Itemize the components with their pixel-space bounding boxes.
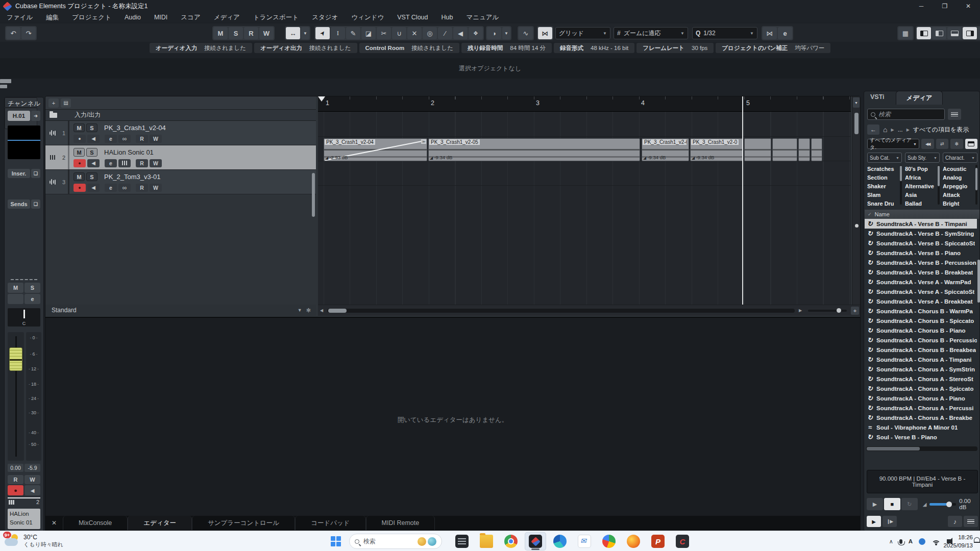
- maximize-button[interactable]: ❐: [933, 0, 957, 12]
- lower-zone-tab[interactable]: サンプラーコントロール: [192, 516, 295, 530]
- read-automation-button[interactable]: R: [136, 135, 148, 143]
- track-mute-button[interactable]: M: [74, 172, 85, 181]
- taskbar-weather-widget[interactable]: 9+ 30°C くもり時々晴れ: [4, 533, 63, 548]
- eq-curve-display[interactable]: [8, 126, 40, 159]
- menu-item[interactable]: トランスポート: [247, 13, 305, 22]
- filters-toggle-button[interactable]: [965, 139, 978, 149]
- media-result-row[interactable]: Soul - Verse B - Piano: [865, 432, 977, 442]
- monitor-button[interactable]: [87, 159, 100, 167]
- ime-indicator[interactable]: A: [909, 538, 913, 544]
- track-list-scrollbar[interactable]: [312, 173, 315, 217]
- back-button[interactable]: ←: [867, 124, 879, 135]
- taskbar-app-powerpoint[interactable]: P: [647, 532, 669, 550]
- lower-zone-tab[interactable]: MIDI Remote: [366, 516, 435, 530]
- media-result-row[interactable]: SoundtrackA - Verse B - Percussion: [865, 258, 977, 267]
- snap-type-select[interactable]: グリッド▼: [555, 27, 610, 39]
- media-result-row[interactable]: SoundtrackA - Chorus B - Breakbea: [865, 345, 977, 355]
- scroll-right-arrow[interactable]: ▶: [797, 308, 804, 313]
- inserts-rack-icon[interactable]: [31, 169, 40, 178]
- tab-vsti[interactable]: VSTi: [870, 93, 885, 101]
- object-select-tool[interactable]: [315, 27, 330, 39]
- audio-event-slice[interactable]: [772, 138, 797, 161]
- volume-knob[interactable]: [946, 502, 952, 507]
- media-result-row[interactable]: SoundtrackA - Verse A - SpiccatoSt: [865, 287, 977, 296]
- write-automation-button[interactable]: W: [150, 135, 162, 143]
- write-automation-button[interactable]: W: [150, 159, 162, 167]
- range-select-tool[interactable]: [331, 27, 345, 39]
- audio-event[interactable]: PK_3_Crash1_v2-0 -9.34 dB: [690, 138, 743, 161]
- taskbar-app-cubase[interactable]: [525, 532, 546, 550]
- breadcrumb-current[interactable]: すべての項目を表示: [913, 126, 969, 134]
- filter-item[interactable]: Acoustic: [943, 165, 977, 173]
- sends-rack-icon[interactable]: [31, 199, 40, 209]
- wifi-icon[interactable]: [932, 538, 941, 545]
- filter-item[interactable]: Section: [867, 173, 902, 182]
- filter-item[interactable]: Bright: [943, 199, 977, 207]
- channel-preset-button[interactable]: H.01: [8, 111, 30, 121]
- media-search-input[interactable]: 検索: [867, 109, 945, 120]
- mute-tool[interactable]: [407, 27, 422, 39]
- notification-bell-icon[interactable]: [974, 537, 980, 543]
- taskbar-app-edge[interactable]: [549, 532, 571, 550]
- channel-mute-button[interactable]: M: [8, 283, 23, 293]
- track-mute-button[interactable]: M: [74, 123, 85, 132]
- scroll-left-arrow[interactable]: ◀: [318, 308, 325, 313]
- chevron-down-icon[interactable]: ▼: [298, 308, 302, 313]
- track-solo-button[interactable]: S: [86, 172, 97, 181]
- filter-scrollbar[interactable]: [938, 165, 940, 205]
- filter-item[interactable]: Scratches: [867, 165, 902, 173]
- volume-fader[interactable]: [8, 332, 24, 461]
- fader-cap[interactable]: [9, 347, 22, 371]
- audio-event[interactable]: PK_3_Crash1_v2-0 -9.34 dB: [642, 138, 689, 161]
- taskbar-app-notepad[interactable]: [451, 532, 473, 550]
- media-result-row[interactable]: SoundtrackA - Chorus A - Percussi: [865, 403, 977, 413]
- breadcrumb-ellipsis[interactable]: ...: [898, 126, 903, 133]
- ruler-options-button[interactable]: ▼: [853, 97, 860, 108]
- taskbar-search-box[interactable]: 検索: [349, 534, 442, 549]
- start-button[interactable]: [331, 536, 341, 546]
- timeline-ruler[interactable]: 12345: [318, 96, 851, 112]
- taskbar-app-steinberg[interactable]: [672, 532, 693, 550]
- media-result-row[interactable]: SoundtrackA - Verse B - Timpani: [865, 219, 977, 229]
- audio-event-slice[interactable]: [744, 138, 771, 161]
- menu-item[interactable]: ファイル: [0, 13, 39, 22]
- results-scrollbar-thumb[interactable]: [977, 260, 980, 303]
- play-in-project-button[interactable]: [948, 516, 962, 527]
- menu-item[interactable]: プロジェクト: [65, 13, 118, 22]
- project-cursor[interactable]: [742, 96, 743, 305]
- filter-scrollbar[interactable]: [975, 165, 977, 205]
- channel-read-button[interactable]: R: [8, 475, 23, 484]
- menu-item[interactable]: スタジオ: [305, 13, 345, 22]
- automation-curve-button[interactable]: [519, 27, 533, 39]
- draw-tool[interactable]: [346, 27, 360, 39]
- channel-edit-button[interactable]: e: [24, 294, 40, 304]
- preview-stop-button[interactable]: ■: [884, 498, 900, 510]
- media-result-row[interactable]: SoundtrackA - Chorus A - Spiccato: [865, 384, 977, 393]
- filter-item[interactable]: Analog: [943, 173, 977, 182]
- menu-item[interactable]: 編集: [39, 13, 65, 22]
- auto-play-toggle[interactable]: [867, 516, 881, 527]
- taskbar-clock[interactable]: 18:26 2025/09/13: [943, 533, 973, 549]
- color-dropdown[interactable]: ▼: [502, 27, 510, 39]
- media-result-row[interactable]: SoundtrackA - Chorus A - SymStrin: [865, 364, 977, 374]
- audio-event-slice[interactable]: [798, 138, 810, 161]
- taskbar-app-browser[interactable]: [598, 532, 620, 550]
- track-name[interactable]: HALion Sonic 01: [104, 148, 154, 156]
- zoom-slider[interactable]: [808, 310, 847, 312]
- zoom-tool[interactable]: [423, 27, 437, 39]
- mute-all-button[interactable]: M: [213, 27, 228, 39]
- channel-write-button[interactable]: W: [24, 475, 40, 484]
- media-result-row[interactable]: SoundtrackA - Chorus A - Breakbe: [865, 413, 977, 422]
- io-folder-row[interactable]: 入力/出力: [45, 110, 316, 121]
- filter-item[interactable]: 80's Pop: [905, 165, 940, 173]
- comp-tool[interactable]: [469, 27, 483, 39]
- filter-scrollbar[interactable]: [900, 165, 902, 205]
- menu-item[interactable]: MIDI: [148, 14, 174, 21]
- channel-zone-toggle[interactable]: [932, 27, 946, 39]
- results-horizontal-scrollbar[interactable]: [866, 446, 977, 451]
- media-result-row[interactable]: SoundtrackA - Chorus B - WarmPa: [865, 306, 977, 316]
- align-beats-toggle[interactable]: [883, 516, 897, 527]
- previewer-settings-button[interactable]: [964, 516, 978, 527]
- minimize-button[interactable]: ─: [910, 0, 933, 12]
- media-result-row[interactable]: SoundtrackA - Verse B - SpiccatoSt: [865, 238, 977, 248]
